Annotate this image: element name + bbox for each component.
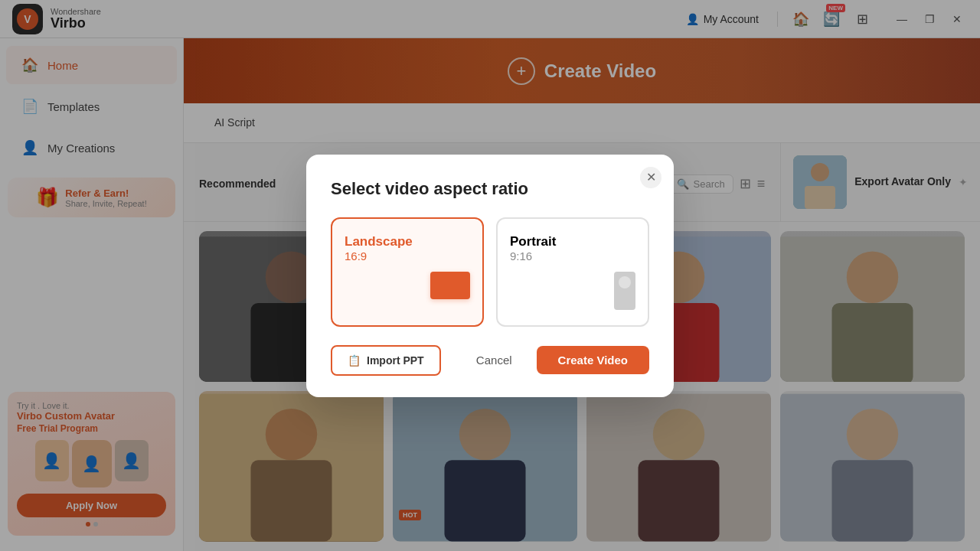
aspect-ratio-modal: ✕ Select video aspect ratio Landscape 16… [306, 155, 674, 397]
create-video-button[interactable]: Create Video [537, 346, 649, 374]
modal-title: Select video aspect ratio [331, 179, 649, 199]
modal-overlay: ✕ Select video aspect ratio Landscape 16… [0, 0, 980, 551]
aspect-option-landscape[interactable]: Landscape 16:9 [331, 217, 484, 327]
portrait-ratio: 9:16 [510, 249, 556, 262]
landscape-preview [430, 272, 470, 299]
modal-close-button[interactable]: ✕ [640, 167, 662, 188]
ppt-icon: 📋 [348, 354, 361, 367]
portrait-name: Portrait [510, 234, 556, 249]
modal-actions-row: 📋 Import PPT Cancel Create Video [331, 345, 649, 376]
modal-cta-buttons: Cancel Create Video [461, 346, 649, 374]
landscape-name: Landscape [345, 234, 413, 249]
import-ppt-button[interactable]: 📋 Import PPT [331, 345, 441, 376]
modal-options: Landscape 16:9 Portrait 9:16 [331, 217, 649, 327]
aspect-option-portrait[interactable]: Portrait 9:16 [496, 217, 649, 327]
import-ppt-label: Import PPT [367, 354, 424, 367]
landscape-ratio: 16:9 [345, 249, 413, 262]
cancel-button[interactable]: Cancel [461, 346, 528, 374]
portrait-preview [614, 272, 635, 310]
